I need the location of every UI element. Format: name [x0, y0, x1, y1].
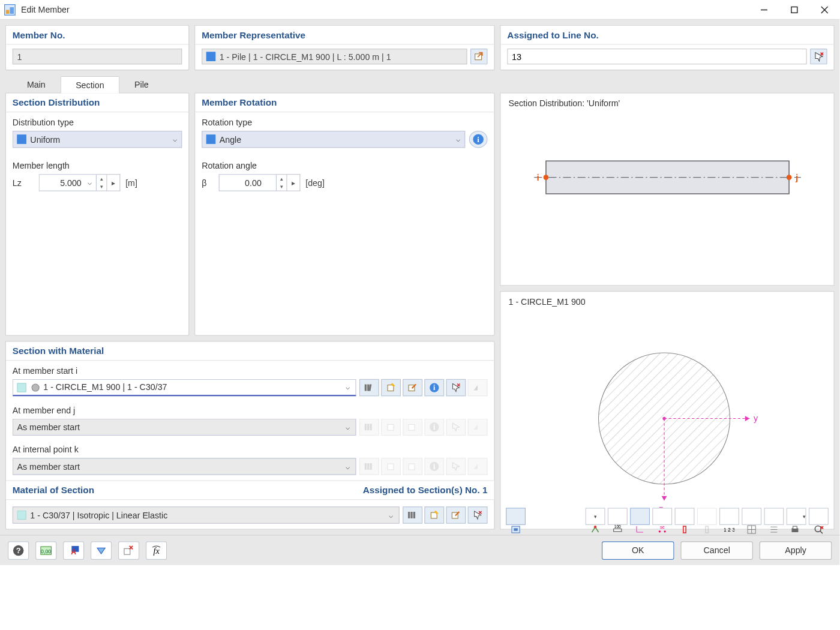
svg-text:A: A — [71, 548, 76, 556]
help-button[interactable]: ? — [8, 541, 29, 560]
tab-section[interactable]: Section — [61, 76, 119, 93]
reset-button[interactable] — [91, 541, 112, 560]
material-assigned-label: Assigned to Section(s) No. 1 — [363, 485, 488, 496]
pick-section-button[interactable] — [446, 379, 466, 396]
chevron-down-icon: ⌵ — [346, 423, 350, 431]
dialog-footer: ? 0,00 A fx OK Cancel Apply — [0, 535, 839, 565]
cancel-button[interactable]: Cancel — [680, 541, 752, 560]
chevron-up-icon: ▴ — [97, 175, 106, 182]
material-value: 1 - C30/37 | Isotropic | Linear Elastic — [30, 510, 167, 520]
close-button[interactable] — [809, 0, 839, 19]
svg-rect-4 — [791, 7, 797, 13]
new-section-button — [381, 458, 401, 475]
new-section-button[interactable] — [381, 379, 401, 396]
member-rotation-title: Member Rotation — [195, 93, 494, 112]
rotation-angle-value: 0.00 — [245, 178, 262, 187]
end-section-label: At member end j — [13, 406, 488, 415]
svg-marker-49 — [745, 416, 749, 421]
list-button[interactable] — [764, 508, 784, 524]
dimensions-button[interactable]: 100 — [608, 508, 628, 524]
panel-member-no: Member No. 1 — [5, 25, 190, 71]
svg-rect-30 — [370, 463, 371, 470]
member-length-value: 5.000 — [60, 178, 82, 187]
panel-member-rotation: Member Rotation Rotation type Angle ⌵ i — [194, 92, 494, 335]
numbering-button[interactable]: 1 2 3 — [719, 508, 739, 524]
panel-member-rep: Member Representative 1 - Pile | 1 - CIR… — [194, 25, 494, 71]
pick-line-button[interactable] — [810, 49, 827, 64]
rotation-angle-jump-button[interactable]: ▸ — [287, 174, 301, 191]
svg-point-44 — [543, 175, 548, 180]
chevron-up-icon: ▴ — [277, 175, 286, 182]
assigned-line-input[interactable] — [507, 49, 806, 64]
svg-text:0,00: 0,00 — [41, 548, 51, 554]
chevron-down-icon: ⌵ — [173, 135, 178, 143]
chevron-down-icon: ▾ — [277, 182, 286, 190]
member-length-jump-button[interactable]: ▸ — [107, 174, 120, 191]
member-length-input[interactable]: 5.000 ⌵ — [39, 174, 97, 191]
node-j-label: j — [794, 172, 797, 182]
pick-section-button — [446, 458, 466, 475]
info-button[interactable]: i — [469, 131, 488, 148]
material-select[interactable]: 1 - C30/37 | Isotropic | Linear Elastic … — [13, 506, 400, 523]
library-button[interactable] — [359, 379, 379, 396]
view-iso-button[interactable]: ▾ — [586, 508, 605, 524]
distribution-type-select[interactable]: Uniform ⌵ — [13, 131, 182, 148]
pick-footer-button[interactable] — [118, 541, 139, 560]
maximize-button[interactable] — [779, 0, 809, 19]
section-red-button[interactable] — [675, 508, 695, 524]
tab-main[interactable]: Main — [12, 76, 61, 92]
chevron-down-icon: ⌵ — [88, 178, 92, 187]
print-button[interactable]: ▾ — [787, 508, 806, 524]
font-colors-button[interactable]: A — [63, 541, 84, 560]
chevron-down-icon: ▾ — [97, 182, 106, 190]
edit-section-button[interactable] — [403, 379, 422, 396]
material-of-section-title: Material of Section — [13, 485, 94, 496]
internal-section-select[interactable]: As member start ⌵ — [13, 458, 356, 475]
distribution-preview-title: Section Distribution: 'Uniform' — [509, 98, 826, 108]
edit-member-rep-button[interactable] — [470, 49, 487, 64]
ok-button[interactable]: OK — [602, 541, 674, 560]
function-button[interactable]: fx — [146, 541, 167, 560]
edit-section-button — [403, 419, 422, 436]
material-library-button[interactable] — [403, 506, 422, 523]
svg-rect-63 — [683, 526, 686, 533]
chevron-down-icon: ⌵ — [346, 462, 350, 470]
edit-material-button[interactable] — [446, 506, 466, 523]
svg-rect-32 — [409, 464, 415, 470]
section-info-button[interactable]: i — [424, 379, 444, 396]
svg-rect-28 — [365, 463, 367, 470]
member-length-label: Member length — [13, 161, 182, 170]
rotation-type-value: Angle — [220, 134, 241, 144]
rotation-angle-spinner[interactable]: ▴▾ — [277, 174, 287, 191]
svg-rect-64 — [706, 526, 708, 533]
tab-pile[interactable]: Pile — [119, 76, 164, 92]
new-material-button[interactable] — [424, 506, 444, 523]
end-section-select[interactable]: As member start ⌵ — [13, 419, 356, 436]
flip-section-button — [468, 419, 488, 436]
show-values-button[interactable] — [506, 508, 526, 524]
section-preview-title: 1 - CIRCLE_M1 900 — [509, 297, 826, 307]
member-rep-label: Member Representative — [195, 26, 494, 45]
node-i-label: i — [536, 172, 539, 182]
library-button — [359, 419, 379, 436]
units-button[interactable]: 0,00 — [35, 541, 56, 560]
axes-button[interactable] — [630, 508, 650, 524]
stress-points-button[interactable]: sc — [652, 508, 672, 524]
member-length-spinner[interactable]: ▴▾ — [97, 174, 107, 191]
minimize-button[interactable] — [749, 0, 779, 19]
apply-button[interactable]: Apply — [760, 541, 832, 560]
member-rep-value: 1 - Pile | 1 - CIRCLE_M1 900 | L : 5.000… — [202, 49, 467, 64]
grid-button[interactable] — [742, 508, 761, 524]
assigned-line-label: Assigned to Line No. — [500, 26, 833, 45]
pick-material-button[interactable] — [468, 506, 488, 523]
rotation-angle-input[interactable]: 0.00 — [219, 174, 277, 191]
svg-point-55 — [594, 526, 596, 528]
internal-section-value: As member start — [17, 461, 79, 471]
library-button — [359, 458, 379, 475]
section-grey-button — [697, 508, 717, 524]
start-section-select[interactable]: 1 - CIRCLE_M1 900 | 1 - C30/37 ⌵ — [13, 379, 356, 396]
member-no-label: Member No. — [6, 26, 188, 45]
find-button[interactable] — [809, 508, 829, 524]
rotation-type-select[interactable]: Angle ⌵ — [202, 131, 465, 148]
svg-text:?: ? — [16, 545, 21, 554]
